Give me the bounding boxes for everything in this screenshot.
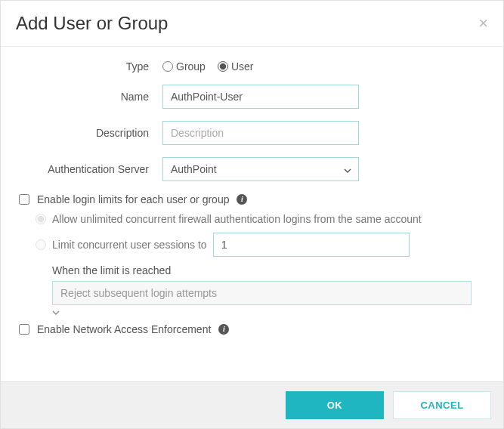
- name-input[interactable]: [162, 85, 359, 109]
- when-reached-label: When the limit is reached: [52, 264, 485, 276]
- cancel-button[interactable]: CANCEL: [393, 391, 491, 419]
- chevron-down-icon: [52, 305, 60, 317]
- unlimited-logins-label: Allow unlimited concurrent firewall auth…: [52, 213, 422, 225]
- limit-sessions-row: Limit concurrent user sessions to: [36, 233, 485, 257]
- type-group-label: Group: [176, 60, 206, 73]
- type-group-radio[interactable]: [162, 61, 173, 72]
- network-access-section: Enable Network Access Enforcement i: [19, 323, 485, 335]
- dialog-footer: OK CANCEL: [1, 381, 503, 428]
- network-access-row: Enable Network Access Enforcement i: [19, 323, 485, 335]
- limit-sessions-label: Limit concurrent user sessions to: [52, 239, 207, 251]
- type-label: Type: [19, 60, 162, 73]
- description-input[interactable]: [162, 121, 359, 145]
- description-label: Description: [19, 127, 162, 139]
- enable-login-limits-row: Enable login limits for each user or gro…: [19, 193, 485, 205]
- name-label: Name: [19, 91, 162, 103]
- name-row: Name: [19, 85, 485, 109]
- when-reached-select: Reject subsequent login attempts: [52, 281, 472, 305]
- unlimited-logins-row: Allow unlimited concurrent firewall auth…: [36, 213, 485, 225]
- dialog-body: Type Group User Name Description Authent…: [1, 47, 503, 350]
- when-reached-select-wrap: Reject subsequent login attempts: [52, 281, 472, 317]
- description-row: Description: [19, 121, 485, 145]
- type-user-radio[interactable]: [218, 61, 228, 72]
- type-radio-user-item[interactable]: User: [218, 60, 254, 73]
- enable-login-limits-checkbox[interactable]: [19, 194, 29, 205]
- dialog-title: Add User or Group: [16, 13, 168, 34]
- info-icon[interactable]: i: [237, 194, 247, 205]
- login-limits-sub-options: Allow unlimited concurrent firewall auth…: [19, 213, 485, 317]
- network-access-checkbox[interactable]: [19, 324, 29, 335]
- ok-button[interactable]: OK: [286, 391, 384, 419]
- auth-server-row: Authentication Server AuthPoint: [19, 157, 485, 181]
- type-radio-group: Group User: [162, 60, 253, 73]
- network-access-label: Enable Network Access Enforcement: [37, 323, 211, 335]
- type-user-label: User: [231, 60, 254, 73]
- unlimited-logins-radio: [36, 214, 46, 224]
- auth-server-label: Authentication Server: [19, 163, 162, 175]
- limit-sessions-input: [213, 233, 410, 257]
- enable-login-limits-label: Enable login limits for each user or gro…: [37, 193, 229, 205]
- auth-server-select[interactable]: AuthPoint: [162, 157, 359, 181]
- type-row: Type Group User: [19, 60, 485, 73]
- close-button[interactable]: ×: [478, 15, 488, 32]
- login-limits-section: Enable login limits for each user or gro…: [19, 193, 485, 317]
- when-reached-block: When the limit is reached Reject subsequ…: [36, 264, 485, 317]
- dialog-header: Add User or Group ×: [1, 1, 503, 47]
- limit-sessions-radio: [36, 239, 46, 250]
- info-icon[interactable]: i: [218, 324, 229, 335]
- auth-server-select-wrap: AuthPoint: [162, 157, 359, 181]
- type-radio-group-item[interactable]: Group: [162, 60, 206, 73]
